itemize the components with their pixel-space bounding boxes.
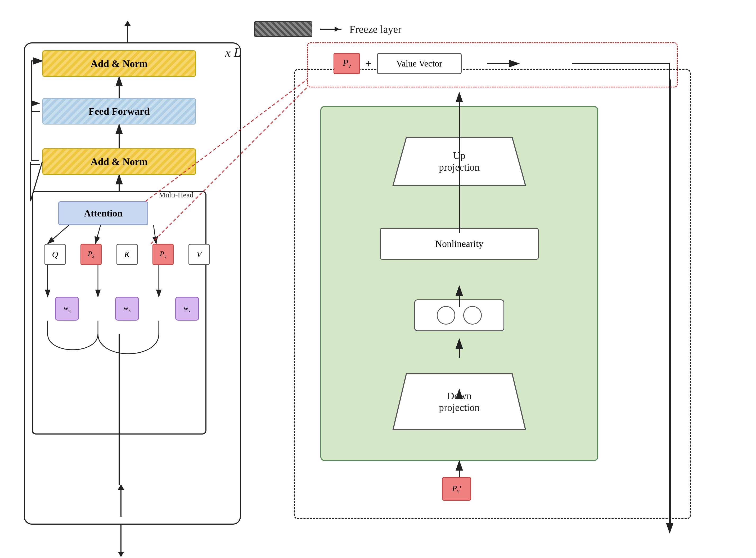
plus-sign: + (365, 57, 372, 70)
multi-head-label: Multi-Head (159, 191, 193, 199)
add-norm-top: Add & Norm (42, 50, 196, 77)
wk-box: wk (115, 297, 139, 321)
pv-value-row: Pv + Value Vector (333, 53, 462, 74)
add-norm-mid: Add & Norm (42, 148, 196, 175)
up-proj-label: Upprojection (439, 150, 480, 173)
wv-box: wv (175, 297, 199, 321)
circle-2 (463, 306, 482, 325)
down-proj-label: Downprojection (439, 390, 480, 413)
down-projection: Downprojection (367, 371, 552, 432)
circle-1 (437, 306, 455, 325)
ffn-inner-block: Upprojection Nonlinearity Downprojection (320, 106, 598, 461)
pv-large-box: Pv (333, 53, 360, 74)
pk-box: Pk (80, 244, 102, 265)
up-projection: Upprojection (367, 135, 552, 188)
right-vertical-line (670, 79, 671, 530)
qkv-row: Q Pk K Pv V (37, 244, 217, 265)
exit-arrow (120, 525, 122, 556)
w-row: wq wk wv (37, 297, 217, 321)
k-box: K (116, 244, 138, 265)
wq-box: wq (55, 297, 79, 321)
attention-box: Attention (58, 201, 148, 225)
legend: Freeze layer (254, 21, 402, 37)
circles-row (414, 299, 504, 331)
q-box: Q (45, 244, 66, 265)
pv-prime-box: Pv' (442, 477, 471, 501)
freeze-layer-icon (254, 21, 312, 37)
legend-arrow (320, 29, 342, 30)
input-arrow (120, 485, 122, 517)
output-arrow (127, 21, 128, 43)
freeze-layer-label: Freeze layer (349, 23, 402, 35)
pv-box-small: Pv (153, 244, 174, 265)
feed-forward-block: Feed Forward (42, 98, 196, 125)
arrow-icon (320, 29, 342, 30)
nonlinearity-box: Nonlinearity (380, 228, 539, 260)
v-box: V (188, 244, 210, 265)
value-vector-box: Value Vector (377, 53, 462, 74)
